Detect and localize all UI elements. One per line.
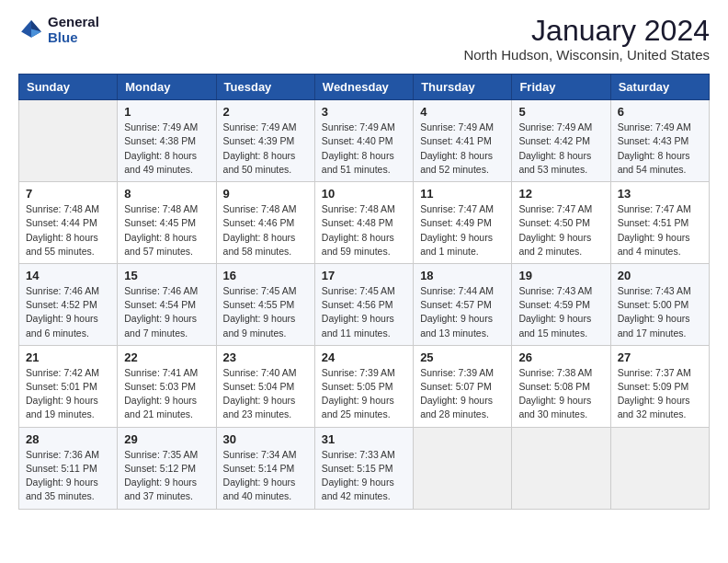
day-info: Sunrise: 7:48 AM Sunset: 4:45 PM Dayligh… bbox=[124, 202, 209, 259]
day-number: 3 bbox=[322, 105, 406, 119]
day-number: 5 bbox=[518, 105, 603, 119]
calendar-cell: 16Sunrise: 7:45 AM Sunset: 4:55 PM Dayli… bbox=[216, 263, 314, 345]
day-number: 16 bbox=[223, 269, 308, 282]
day-number: 6 bbox=[618, 105, 702, 119]
calendar-cell: 31Sunrise: 7:33 AM Sunset: 5:15 PM Dayli… bbox=[314, 427, 413, 509]
day-number: 28 bbox=[26, 432, 110, 446]
calendar-cell: 13Sunrise: 7:47 AM Sunset: 4:51 PM Dayli… bbox=[610, 182, 709, 264]
calendar-cell: 11Sunrise: 7:47 AM Sunset: 4:49 PM Dayli… bbox=[414, 182, 512, 264]
day-info: Sunrise: 7:49 AM Sunset: 4:40 PM Dayligh… bbox=[322, 121, 406, 177]
calendar-cell: 20Sunrise: 7:43 AM Sunset: 5:00 PM Dayli… bbox=[610, 263, 709, 345]
day-info: Sunrise: 7:46 AM Sunset: 4:54 PM Dayligh… bbox=[124, 284, 209, 340]
week-row-3: 14Sunrise: 7:46 AM Sunset: 4:52 PM Dayli… bbox=[19, 263, 710, 345]
day-number: 27 bbox=[618, 350, 702, 364]
day-info: Sunrise: 7:47 AM Sunset: 4:49 PM Dayligh… bbox=[420, 202, 505, 259]
day-info: Sunrise: 7:35 AM Sunset: 5:12 PM Dayligh… bbox=[124, 448, 209, 504]
calendar-cell: 1Sunrise: 7:49 AM Sunset: 4:38 PM Daylig… bbox=[118, 100, 216, 182]
logo-icon bbox=[18, 17, 44, 43]
day-info: Sunrise: 7:48 AM Sunset: 4:48 PM Dayligh… bbox=[322, 202, 406, 259]
day-info: Sunrise: 7:44 AM Sunset: 4:57 PM Dayligh… bbox=[420, 284, 505, 340]
day-number: 24 bbox=[322, 350, 406, 364]
day-info: Sunrise: 7:33 AM Sunset: 5:15 PM Dayligh… bbox=[322, 448, 406, 504]
calendar-cell: 12Sunrise: 7:47 AM Sunset: 4:50 PM Dayli… bbox=[512, 182, 610, 264]
day-info: Sunrise: 7:49 AM Sunset: 4:43 PM Dayligh… bbox=[618, 121, 702, 177]
day-number: 25 bbox=[420, 350, 505, 364]
day-info: Sunrise: 7:49 AM Sunset: 4:38 PM Dayligh… bbox=[124, 121, 209, 177]
column-header-friday: Friday bbox=[512, 75, 610, 100]
day-number: 29 bbox=[124, 432, 209, 446]
day-info: Sunrise: 7:42 AM Sunset: 5:01 PM Dayligh… bbox=[26, 366, 110, 422]
calendar-cell: 22Sunrise: 7:41 AM Sunset: 5:03 PM Dayli… bbox=[118, 345, 216, 427]
logo-text: General Blue bbox=[48, 15, 99, 45]
day-number: 2 bbox=[223, 105, 308, 119]
column-header-sunday: Sunday bbox=[19, 75, 118, 100]
logo: General Blue bbox=[18, 15, 99, 45]
calendar-cell: 18Sunrise: 7:44 AM Sunset: 4:57 PM Dayli… bbox=[414, 263, 512, 345]
day-info: Sunrise: 7:48 AM Sunset: 4:44 PM Dayligh… bbox=[26, 202, 110, 259]
day-number: 13 bbox=[618, 187, 702, 201]
week-row-1: 1Sunrise: 7:49 AM Sunset: 4:38 PM Daylig… bbox=[19, 100, 710, 182]
column-header-monday: Monday bbox=[118, 75, 216, 100]
day-number: 26 bbox=[518, 350, 603, 364]
day-info: Sunrise: 7:43 AM Sunset: 4:59 PM Dayligh… bbox=[518, 284, 603, 340]
day-number: 8 bbox=[124, 187, 209, 201]
header-row: SundayMondayTuesdayWednesdayThursdayFrid… bbox=[19, 75, 710, 100]
calendar-cell: 28Sunrise: 7:36 AM Sunset: 5:11 PM Dayli… bbox=[19, 427, 118, 509]
calendar-cell: 27Sunrise: 7:37 AM Sunset: 5:09 PM Dayli… bbox=[610, 345, 709, 427]
day-info: Sunrise: 7:40 AM Sunset: 5:04 PM Dayligh… bbox=[223, 366, 308, 422]
day-number: 30 bbox=[223, 432, 308, 446]
calendar-cell: 17Sunrise: 7:45 AM Sunset: 4:56 PM Dayli… bbox=[314, 263, 413, 345]
calendar-cell: 10Sunrise: 7:48 AM Sunset: 4:48 PM Dayli… bbox=[314, 182, 413, 264]
day-info: Sunrise: 7:49 AM Sunset: 4:41 PM Dayligh… bbox=[420, 121, 505, 177]
calendar-cell bbox=[414, 427, 512, 509]
day-info: Sunrise: 7:46 AM Sunset: 4:52 PM Dayligh… bbox=[26, 284, 110, 340]
week-row-5: 28Sunrise: 7:36 AM Sunset: 5:11 PM Dayli… bbox=[19, 427, 710, 509]
day-number: 7 bbox=[26, 187, 110, 201]
page-header: General Blue January 2024 North Hudson, … bbox=[18, 15, 710, 63]
calendar-cell: 7Sunrise: 7:48 AM Sunset: 4:44 PM Daylig… bbox=[19, 182, 118, 264]
day-info: Sunrise: 7:45 AM Sunset: 4:56 PM Dayligh… bbox=[322, 284, 406, 340]
day-number: 9 bbox=[223, 187, 308, 201]
day-info: Sunrise: 7:38 AM Sunset: 5:08 PM Dayligh… bbox=[518, 366, 603, 422]
title-block: January 2024 North Hudson, Wisconsin, Un… bbox=[463, 15, 710, 63]
logo-line1: General bbox=[48, 15, 99, 30]
calendar-cell: 21Sunrise: 7:42 AM Sunset: 5:01 PM Dayli… bbox=[19, 345, 118, 427]
day-info: Sunrise: 7:41 AM Sunset: 5:03 PM Dayligh… bbox=[124, 366, 209, 422]
day-number: 31 bbox=[322, 432, 406, 446]
calendar-cell: 26Sunrise: 7:38 AM Sunset: 5:08 PM Dayli… bbox=[512, 345, 610, 427]
calendar-cell bbox=[512, 427, 610, 509]
day-number: 21 bbox=[26, 350, 110, 364]
week-row-2: 7Sunrise: 7:48 AM Sunset: 4:44 PM Daylig… bbox=[19, 182, 710, 264]
day-info: Sunrise: 7:48 AM Sunset: 4:46 PM Dayligh… bbox=[223, 202, 308, 259]
day-number: 14 bbox=[26, 269, 110, 282]
day-number: 17 bbox=[322, 269, 406, 282]
day-number: 12 bbox=[518, 187, 603, 201]
day-number: 18 bbox=[420, 269, 505, 282]
calendar-cell: 9Sunrise: 7:48 AM Sunset: 4:46 PM Daylig… bbox=[216, 182, 314, 264]
calendar-cell: 3Sunrise: 7:49 AM Sunset: 4:40 PM Daylig… bbox=[314, 100, 413, 182]
day-number: 11 bbox=[420, 187, 505, 201]
day-number: 15 bbox=[124, 269, 209, 282]
day-number: 22 bbox=[124, 350, 209, 364]
calendar-cell: 8Sunrise: 7:48 AM Sunset: 4:45 PM Daylig… bbox=[118, 182, 216, 264]
calendar-cell: 6Sunrise: 7:49 AM Sunset: 4:43 PM Daylig… bbox=[610, 100, 709, 182]
calendar-cell: 14Sunrise: 7:46 AM Sunset: 4:52 PM Dayli… bbox=[19, 263, 118, 345]
calendar-table: SundayMondayTuesdayWednesdayThursdayFrid… bbox=[18, 74, 710, 509]
column-header-saturday: Saturday bbox=[610, 75, 709, 100]
calendar-cell: 29Sunrise: 7:35 AM Sunset: 5:12 PM Dayli… bbox=[118, 427, 216, 509]
main-title: January 2024 bbox=[463, 15, 710, 47]
day-info: Sunrise: 7:39 AM Sunset: 5:07 PM Dayligh… bbox=[420, 366, 505, 422]
logo-line2: Blue bbox=[48, 30, 99, 46]
day-info: Sunrise: 7:36 AM Sunset: 5:11 PM Dayligh… bbox=[26, 448, 110, 504]
calendar-cell bbox=[610, 427, 709, 509]
day-info: Sunrise: 7:49 AM Sunset: 4:39 PM Dayligh… bbox=[223, 121, 308, 177]
column-header-tuesday: Tuesday bbox=[216, 75, 314, 100]
column-header-thursday: Thursday bbox=[414, 75, 512, 100]
day-info: Sunrise: 7:47 AM Sunset: 4:51 PM Dayligh… bbox=[618, 202, 702, 259]
day-number: 19 bbox=[518, 269, 603, 282]
calendar-cell: 5Sunrise: 7:49 AM Sunset: 4:42 PM Daylig… bbox=[512, 100, 610, 182]
day-info: Sunrise: 7:49 AM Sunset: 4:42 PM Dayligh… bbox=[518, 121, 603, 177]
calendar-cell: 25Sunrise: 7:39 AM Sunset: 5:07 PM Dayli… bbox=[414, 345, 512, 427]
day-info: Sunrise: 7:47 AM Sunset: 4:50 PM Dayligh… bbox=[518, 202, 603, 259]
column-header-wednesday: Wednesday bbox=[314, 75, 413, 100]
